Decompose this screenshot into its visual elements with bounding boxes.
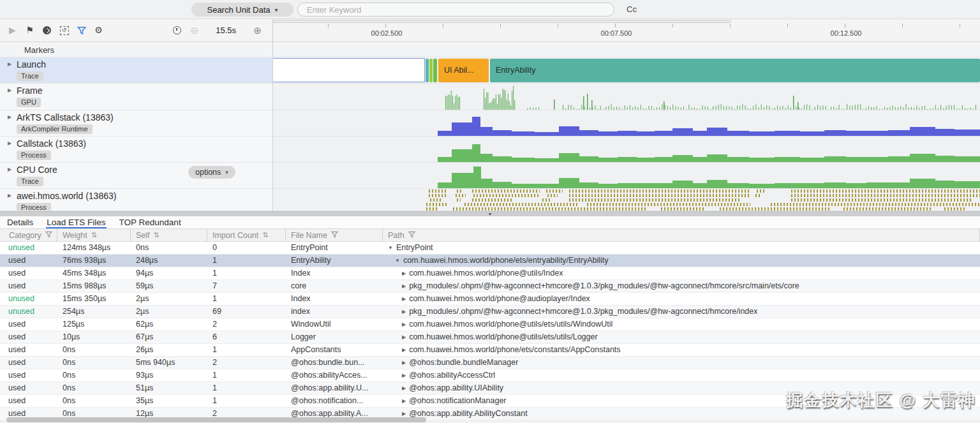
tree-collapsed-icon[interactable]: ▶ (402, 318, 406, 330)
restore-zoom-icon[interactable]: ↺ (59, 26, 69, 35)
sort-icon[interactable]: ⇅ (91, 231, 97, 239)
table-row[interactable]: used125µs62µs2WindowUtil▶com.huawei.hmos… (0, 318, 980, 331)
column-header-file-name[interactable]: File Name (286, 229, 383, 241)
table-row[interactable]: used0ns26µs1AppConstants▶com.huawei.hmos… (0, 344, 980, 357)
timeline-scroll-thumb[interactable] (273, 20, 731, 23)
zoom-in-icon[interactable]: ⊕ (253, 26, 262, 35)
expand-arrow-icon[interactable]: ▶ (8, 61, 11, 67)
track-label-cpu-core[interactable]: ▶CPU CoreTraceoptions▾ (0, 163, 272, 188)
path-cell[interactable]: ▶com.huawei.hmos.world/phone/ets/constan… (383, 344, 980, 356)
tab-load-ets-files[interactable]: Load ETS Files (46, 216, 106, 228)
expand-arrow-icon[interactable]: ▶ (8, 193, 11, 198)
table-row[interactable]: used0ns93µs1@ohos:abilityAcces...▶@ohos:… (0, 369, 980, 382)
search-unit-data-dropdown[interactable]: Search Unit Data ▾ (191, 3, 293, 17)
tree-collapsed-icon[interactable]: ▶ (402, 331, 406, 343)
track-chart-frame[interactable] (272, 84, 980, 110)
tree-collapsed-icon[interactable]: ▶ (402, 357, 406, 369)
expand-arrow-icon[interactable]: ▶ (8, 140, 11, 146)
import-count-cell: 69 (207, 306, 286, 318)
path-cell[interactable]: ▶@ohos:bundle.bundleManager (383, 357, 980, 369)
timer-icon[interactable] (172, 26, 182, 35)
match-case-toggle[interactable]: Cc (627, 4, 637, 14)
tree-collapsed-icon[interactable]: ▶ (402, 382, 406, 394)
tree-collapsed-icon[interactable]: ▶ (402, 267, 406, 279)
track-label-arkts-callstack-13863[interactable]: ▶ArkTS Callstack (13863)ArkCompiler Runt… (0, 110, 272, 136)
path-text: com.huawei.hmos.world/phone/ets/constant… (409, 345, 620, 354)
path-cell[interactable]: ▶com.huawei.hmos.world/phone@utils/Index (383, 267, 980, 279)
path-text: com.huawei.hmos.world/phone@audioplayer/… (409, 294, 590, 303)
column-header-self[interactable]: Self⇅ (131, 229, 207, 241)
column-filter-icon[interactable] (45, 231, 52, 239)
trace-sliver[interactable] (426, 59, 429, 82)
tree-expanded-icon[interactable]: ▼ (388, 242, 393, 254)
flag-icon[interactable]: ⚑ (25, 26, 34, 35)
filter-icon[interactable] (77, 26, 86, 35)
track-chart-awei-hmos-world-13863[interactable] (272, 189, 980, 211)
path-text: EntryPoint (396, 243, 433, 252)
track-title: Callstack (13863) (17, 138, 272, 149)
track-label-awei-hmos-world-13863[interactable]: ▶awei.hmos.world (13863)Process (0, 189, 272, 211)
table-row[interactable]: used15ms 988µs59µs7core▶pkg_modules/.ohp… (0, 280, 980, 293)
tree-collapsed-icon[interactable]: ▶ (402, 344, 406, 356)
table-horizontal-scrollbar[interactable] (6, 417, 426, 422)
sched-ticks (771, 203, 980, 206)
track-chart-arkts-callstack-13863[interactable] (272, 110, 980, 136)
table-row[interactable]: used45ms 348µs94µs1Index▶com.huawei.hmos… (0, 267, 980, 280)
column-filter-icon[interactable] (408, 231, 415, 239)
tab-details[interactable]: Details (6, 216, 34, 228)
column-header-path[interactable]: Path (383, 229, 980, 241)
table-row[interactable]: used0ns5ms 940µs2@ohos:bundle.bun...▶@oh… (0, 357, 980, 369)
tree-collapsed-icon[interactable]: ▶ (402, 369, 406, 382)
trace-sliver[interactable] (433, 59, 437, 82)
capture-icon[interactable] (42, 26, 52, 35)
trace-span-ui-abil[interactable]: UI Abil... (438, 59, 489, 82)
weight-cell: 0ns (57, 357, 131, 369)
path-cell[interactable]: ▶pkg_modules/.ohpm/@hw-agconnect+hmcore@… (383, 306, 980, 318)
track-chart-cpu-core[interactable] (272, 163, 980, 188)
table-row[interactable]: unused15ms 350µs2µs1Index▶com.huawei.hmo… (0, 293, 980, 306)
expand-arrow-icon[interactable]: ▶ (8, 87, 11, 93)
zoom-out-icon[interactable]: ⊖ (189, 26, 199, 35)
column-header-category[interactable]: Category (0, 229, 57, 241)
path-cell[interactable]: ▶pkg_modules/.ohpm/@hw-agconnect+hmcore@… (383, 280, 980, 292)
table-row[interactable]: unused254µs2µs69index▶pkg_modules/.ohpm/… (0, 306, 980, 318)
track-label-frame[interactable]: ▶FrameGPU (0, 84, 272, 110)
path-cell[interactable]: ▶@ohos:abilityAccessCtrl (383, 369, 980, 382)
table-row[interactable]: used10µs67µs6Logger▶com.huawei.hmos.worl… (0, 331, 980, 344)
sort-icon[interactable]: ⇅ (262, 231, 268, 239)
timeline-selection[interactable] (272, 58, 425, 82)
path-cell[interactable]: ▼com.huawei.hmos.world/phone/ets/entryab… (383, 255, 980, 267)
tree-collapsed-icon[interactable]: ▶ (402, 280, 406, 292)
path-cell[interactable]: ▶com.huawei.hmos.world/phone@audioplayer… (383, 293, 980, 305)
chevron-down-icon: ▾ (274, 6, 278, 13)
play-icon[interactable]: ▶ (8, 26, 17, 35)
trace-sliver[interactable] (429, 59, 433, 82)
tree-collapsed-icon[interactable]: ▶ (402, 395, 406, 407)
path-cell[interactable]: ▼EntryPoint (383, 242, 980, 254)
path-cell[interactable]: ▶com.huawei.hmos.world/phone@utils/ets/u… (383, 331, 980, 343)
sort-icon[interactable]: ⇅ (154, 231, 160, 239)
tree-collapsed-icon[interactable]: ▶ (402, 293, 406, 305)
tree-collapsed-icon[interactable]: ▶ (402, 306, 406, 318)
settings-gear-icon[interactable]: ⚙ (94, 26, 103, 35)
track-chart-launch[interactable]: UI Abil...EntryAbility (272, 57, 980, 83)
column-header-weight[interactable]: Weight⇅ (57, 229, 131, 241)
table-row[interactable]: unused124ms 348µs0ns0EntryPoint▼EntryPoi… (0, 242, 980, 255)
expand-arrow-icon[interactable]: ▶ (8, 167, 11, 172)
path-cell[interactable]: ▶com.huawei.hmos.world/phone@utils/ets/u… (383, 318, 980, 330)
tree-expanded-icon[interactable]: ▼ (395, 255, 400, 267)
track-chart-callstack-13863[interactable] (272, 137, 980, 162)
expand-arrow-icon[interactable]: ▶ (8, 114, 11, 120)
trace-span-entryability[interactable]: EntryAbility (490, 59, 980, 82)
column-filter-icon[interactable] (331, 231, 338, 239)
column-header-import-count[interactable]: Import Count⇅ (207, 229, 286, 241)
track-label-launch[interactable]: ▶LaunchTrace (0, 57, 272, 83)
tab-top-redundant[interactable]: TOP Redundant (119, 216, 182, 228)
panel-splitter[interactable]: ▼ (0, 211, 980, 216)
timeline-ruler[interactable]: 00:02.50000:07.50000:12.500 (272, 19, 980, 42)
options-dropdown[interactable]: options▾ (188, 166, 235, 179)
table-row[interactable]: used76ms 938µs248µs1EntryAbility▼com.hua… (0, 255, 980, 267)
category-cell: used (0, 267, 57, 279)
track-label-callstack-13863[interactable]: ▶Callstack (13863)Process (0, 137, 272, 162)
keyword-search-input[interactable] (297, 3, 614, 17)
